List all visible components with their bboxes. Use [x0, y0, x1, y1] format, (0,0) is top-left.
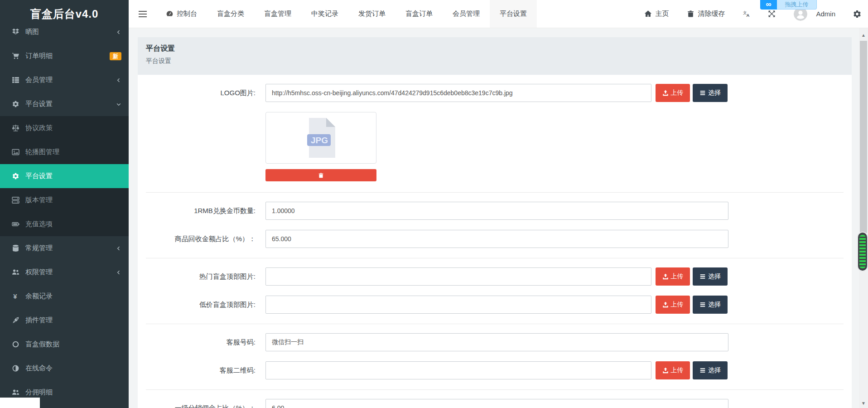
upload-icon: [662, 273, 669, 280]
form-row-logo: LOGO图片: 上传 选择: [138, 84, 852, 102]
scrollbar-green-handle[interactable]: [858, 233, 867, 271]
form-row-commission-percent: 一级分销佣金占比（%）：: [138, 399, 852, 408]
divider: [146, 258, 844, 258]
svg-text:¥: ¥: [13, 293, 17, 300]
sidebar-item-carousel-mgmt[interactable]: 轮播图管理: [0, 140, 129, 164]
sidebar-item-label: 晒图: [25, 28, 116, 36]
sidebar-item-recharge-options[interactable]: 充值选项: [0, 212, 129, 236]
infinity-icon: ∞: [760, 0, 777, 10]
page-title: 平台设置: [146, 44, 852, 53]
cart-icon: [12, 52, 19, 60]
scrollbar-up-icon[interactable]: ▲: [859, 32, 868, 39]
list-icon: [699, 90, 706, 96]
page-subtitle: 平台设置: [146, 57, 852, 65]
gear-icon: [12, 172, 19, 180]
nav-item-platform-settings[interactable]: 平台设置: [490, 0, 537, 28]
hot-top-image-input[interactable]: [265, 267, 651, 286]
sidebar-item-label: 平台设置: [25, 172, 121, 180]
dropbox-icon: [12, 28, 19, 36]
select-button[interactable]: 选择: [693, 361, 728, 379]
select-label: 选择: [708, 301, 721, 309]
sidebar-item-shaitu[interactable]: 晒图: [0, 20, 129, 44]
service-number-input[interactable]: [265, 333, 728, 351]
service-qrcode-input[interactable]: [265, 361, 651, 379]
jpg-file-icon: JPG: [304, 117, 339, 159]
scrollbar-thumb[interactable]: [860, 41, 867, 233]
divider: [146, 324, 844, 324]
recycle-percent-label: 商品回收金额占比（%）：: [138, 235, 265, 243]
clear-cache-link[interactable]: 清除缓存: [687, 10, 725, 18]
select-button[interactable]: 选择: [693, 267, 728, 286]
upload-button[interactable]: 上传: [656, 267, 690, 286]
chevron-left-icon: [116, 246, 121, 251]
sidebar-item-permission-mgmt[interactable]: 权限管理: [0, 260, 129, 284]
nav-item-member-mgmt[interactable]: 会员管理: [443, 0, 490, 28]
drag-upload-badge[interactable]: ∞ 拖拽上传: [760, 0, 817, 10]
sidebar-item-plugin-mgmt[interactable]: 插件管理: [0, 308, 129, 332]
select-button[interactable]: 选择: [693, 84, 728, 102]
home-label: 主页: [655, 10, 669, 18]
nav-item-box-mgmt[interactable]: 盲盒管理: [254, 0, 301, 28]
logo-preview[interactable]: JPG: [265, 112, 376, 164]
sidebar-item-order-detail[interactable]: 订单明细 新: [0, 44, 129, 68]
low-top-image-input[interactable]: [265, 296, 651, 314]
logo-url-input[interactable]: [265, 84, 651, 102]
sidebar-item-balance-records[interactable]: ¥ 余额记录: [0, 284, 129, 308]
sidebar-item-label: 盲盒假数据: [25, 340, 121, 349]
nav-item-label: 盲盒订单: [405, 10, 433, 18]
yen-icon: ¥: [12, 292, 19, 300]
nav-item-label: 盲盒管理: [264, 10, 291, 18]
list-icon: [699, 273, 706, 280]
upload-button[interactable]: 上传: [656, 361, 690, 379]
upload-label: 上传: [671, 366, 684, 374]
trash-icon: [687, 10, 694, 18]
divider: [146, 389, 844, 390]
upload-button[interactable]: 上传: [656, 296, 690, 314]
sidebar-item-member-mgmt[interactable]: 会员管理: [0, 68, 129, 92]
sidebar-item-fake-data[interactable]: 盲盒假数据: [0, 332, 129, 356]
nav-item-box-orders[interactable]: 盲盒订单: [395, 0, 443, 28]
sidebar-menu: 晒图 订单明细 新 会员管理 平台设置 协议政策: [0, 20, 129, 404]
main-content: 平台设置 平台设置 LOGO图片: 上传 选择: [129, 28, 868, 408]
hamburger-menu-icon[interactable]: [129, 0, 156, 28]
sidebar: 盲盒后台v4.0 晒图 订单明细 新 会员管理 平台设置: [0, 0, 129, 408]
sidebar-item-online-command[interactable]: 在线命令: [0, 356, 129, 380]
gauge-icon: [166, 10, 174, 18]
upload-button[interactable]: 上传: [656, 84, 690, 102]
recycle-percent-input[interactable]: [265, 230, 728, 248]
nav-item-prize-records[interactable]: 中奖记录: [301, 0, 348, 28]
nav-item-box-category[interactable]: 盲盒分类: [207, 0, 254, 28]
sidebar-item-general-mgmt[interactable]: 常规管理: [0, 236, 129, 260]
commission-percent-input[interactable]: [265, 399, 728, 408]
settings-button[interactable]: [853, 10, 862, 19]
service-qrcode-label: 客服二维码:: [138, 366, 265, 375]
sidebar-item-label: 协议政策: [25, 124, 121, 132]
scrollbar-track[interactable]: ▲ ▼: [859, 28, 868, 408]
scrollbar-down-icon[interactable]: ▼: [859, 400, 868, 407]
sidebar-item-agreement-policy[interactable]: 协议政策: [0, 116, 129, 140]
translate-button[interactable]: 文A: [743, 10, 751, 18]
image-icon: [12, 148, 19, 156]
fullscreen-button[interactable]: [768, 10, 776, 18]
select-button[interactable]: 选择: [693, 296, 728, 314]
delete-image-button[interactable]: [265, 169, 376, 181]
sidebar-item-label: 常规管理: [25, 244, 116, 253]
sidebar-item-label: 轮播图管理: [25, 148, 121, 156]
sidebar-item-platform-settings[interactable]: 平台设置: [0, 92, 129, 116]
nav-item-shipping-orders[interactable]: 发货订单: [348, 0, 395, 28]
drag-upload-label: 拖拽上传: [777, 0, 817, 10]
sidebar-item-platform-settings-sub[interactable]: 平台设置: [0, 164, 129, 188]
nav-item-label: 平台设置: [500, 10, 527, 18]
upload-label: 上传: [671, 272, 684, 281]
sidebar-item-version-mgmt[interactable]: 版本管理: [0, 188, 129, 212]
upload-icon: [662, 90, 669, 96]
home-link[interactable]: 主页: [644, 10, 669, 18]
logo-preview-wrap: JPG: [265, 112, 376, 181]
rmb-rate-input[interactable]: [265, 202, 728, 220]
th-list-icon: [12, 76, 19, 84]
service-number-label: 客服号码:: [138, 338, 265, 347]
topbar: 控制台 盲盒分类 盲盒管理 中奖记录 发货订单 盲盒订单 会员管理 平台设置 ∞…: [129, 0, 868, 28]
low-top-image-label: 低价盲盒顶部图片:: [138, 301, 265, 309]
gears-icon: [853, 10, 862, 19]
nav-item-dashboard[interactable]: 控制台: [156, 0, 207, 28]
